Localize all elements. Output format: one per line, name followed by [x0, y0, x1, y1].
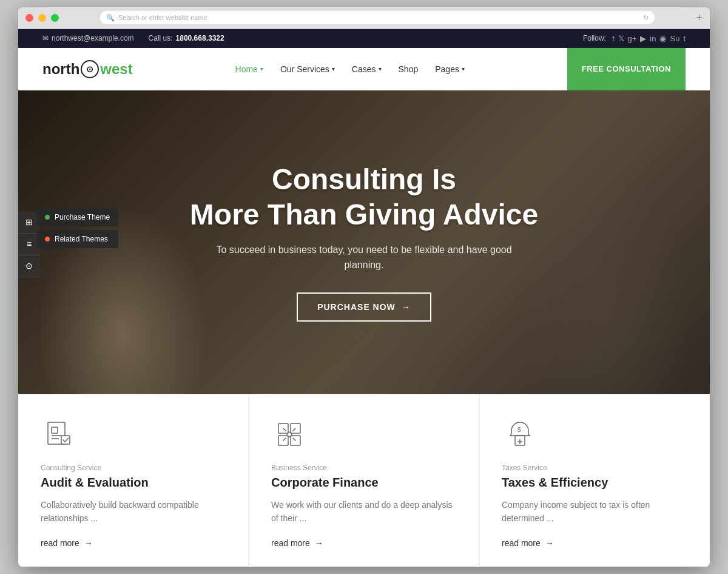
close-button[interactable] — [25, 14, 33, 22]
topbar-contact-info: ✉ northwest@example.com Call us: 1800.66… — [42, 34, 224, 42]
nav-item-cases[interactable]: Cases ▾ — [352, 64, 382, 74]
youtube-icon[interactable]: ▶ — [640, 34, 646, 43]
phone-contact: Call us: 1800.668.3322 — [149, 34, 224, 42]
services-grid: Consulting Service Audit & Evaluation Co… — [18, 394, 710, 567]
stumbleupon-icon[interactable]: Su — [670, 34, 679, 43]
header: north ⊙ west Home ▾ Our Services ▾ Cases… — [18, 48, 710, 90]
read-more-1[interactable]: read more → — [271, 538, 457, 548]
email-contact: ✉ northwest@example.com — [42, 34, 134, 42]
address-bar[interactable]: 🔍 Search or enter website name ↻ — [100, 11, 655, 24]
arrow-icon: → — [545, 538, 554, 548]
read-more-2[interactable]: read more → — [502, 538, 687, 548]
main-nav: Home ▾ Our Services ▾ Cases ▾ Shop Pages… — [235, 64, 465, 74]
popup-menu: Purchase Theme Related Themes — [36, 208, 118, 248]
nav-item-services[interactable]: Our Services ▾ — [280, 64, 335, 74]
sidebar-target-icon[interactable]: ⊙ — [18, 255, 40, 277]
arrow-icon: → — [402, 302, 411, 312]
refresh-icon: ↻ — [643, 14, 649, 22]
service-title-1: Corporate Finance — [271, 476, 457, 490]
service-category-1: Business Service — [271, 464, 457, 472]
nav-item-home[interactable]: Home ▾ — [235, 64, 263, 74]
service-title-0: Audit & Evaluation — [41, 476, 226, 490]
browser-titlebar: 🔍 Search or enter website name ↻ + — [18, 7, 710, 29]
instagram-icon[interactable]: ◉ — [659, 34, 666, 43]
facebook-icon[interactable]: f — [612, 34, 615, 43]
social-links: Follow: f 𝕏 g+ ▶ in ◉ Su t — [583, 34, 686, 43]
browser-window: 🔍 Search or enter website name ↻ + ✉ nor… — [18, 7, 710, 567]
email-address[interactable]: northwest@example.com — [52, 34, 134, 42]
purchase-dot-icon — [45, 215, 50, 220]
hero-section: ⊞ ≡ ⊙ Purchase Theme Related Themes Cons… — [18, 90, 710, 394]
linkedin-icon[interactable]: in — [650, 34, 656, 43]
purchase-now-button[interactable]: PURCHASE NOW → — [297, 292, 431, 322]
chevron-down-icon: ▾ — [462, 66, 465, 72]
svg-text:$: $ — [517, 427, 521, 433]
search-icon: 🔍 — [106, 14, 115, 22]
minimize-button[interactable] — [38, 14, 46, 22]
service-card-taxes: $ Taxes Service Taxes & Efficiency Compa… — [479, 394, 710, 567]
nav-item-shop[interactable]: Shop — [399, 64, 419, 74]
new-tab-button[interactable]: + — [696, 12, 703, 24]
logo-north-text: north — [42, 61, 79, 78]
svg-rect-4 — [61, 436, 70, 444]
related-dot-icon — [45, 237, 50, 241]
arrow-icon: → — [84, 538, 93, 548]
service-category-2: Taxes Service — [502, 464, 687, 472]
tumblr-icon[interactable]: t — [683, 34, 686, 43]
arrow-icon: → — [315, 538, 323, 548]
chevron-down-icon: ▾ — [332, 66, 335, 72]
service-desc-1: We work with our clients and do a deep a… — [271, 498, 457, 525]
hero-title: Consulting Is More Than Giving Advice — [190, 162, 538, 232]
follow-label: Follow: — [583, 34, 606, 42]
call-label: Call us: — [149, 34, 173, 42]
audit-icon — [41, 416, 77, 453]
hero-content: Consulting Is More Than Giving Advice To… — [190, 162, 538, 321]
chevron-down-icon: ▾ — [260, 66, 263, 72]
chevron-down-icon: ▾ — [379, 66, 382, 72]
logo-compass-icon: ⊙ — [81, 60, 99, 78]
nav-item-pages[interactable]: Pages ▾ — [435, 64, 465, 74]
hero-subtitle: To succeed in business today, you need t… — [212, 242, 516, 273]
service-desc-2: Company income subject to tax is often d… — [502, 498, 687, 525]
maximize-button[interactable] — [51, 14, 59, 22]
svg-rect-1 — [52, 427, 58, 433]
address-text: Search or enter website name — [118, 14, 207, 21]
service-desc-0: Collaboratively build backward compatibl… — [41, 498, 226, 525]
phone-number[interactable]: 1800.668.3322 — [176, 34, 224, 42]
service-card-audit: Consulting Service Audit & Evaluation Co… — [18, 394, 249, 567]
purchase-theme-button[interactable]: Purchase Theme — [36, 208, 118, 226]
finance-icon — [271, 416, 308, 453]
read-more-0[interactable]: read more → — [41, 538, 226, 548]
website-content: ✉ northwest@example.com Call us: 1800.66… — [18, 29, 710, 567]
taxes-icon: $ — [502, 416, 538, 453]
email-icon: ✉ — [42, 34, 49, 42]
service-title-2: Taxes & Efficiency — [502, 476, 687, 490]
topbar: ✉ northwest@example.com Call us: 1800.66… — [18, 29, 710, 48]
logo-west-text: west — [100, 61, 132, 78]
logo: north ⊙ west — [42, 60, 133, 78]
svg-point-9 — [287, 432, 292, 437]
service-category-0: Consulting Service — [41, 464, 226, 472]
twitter-icon[interactable]: 𝕏 — [618, 34, 624, 43]
consultation-button[interactable]: FREE CONSULTATION — [567, 48, 686, 90]
related-themes-button[interactable]: Related Themes — [36, 230, 118, 248]
services-section: Consulting Service Audit & Evaluation Co… — [18, 394, 710, 567]
service-card-finance: Business Service Corporate Finance We wo… — [249, 394, 479, 567]
googleplus-icon[interactable]: g+ — [628, 34, 637, 43]
